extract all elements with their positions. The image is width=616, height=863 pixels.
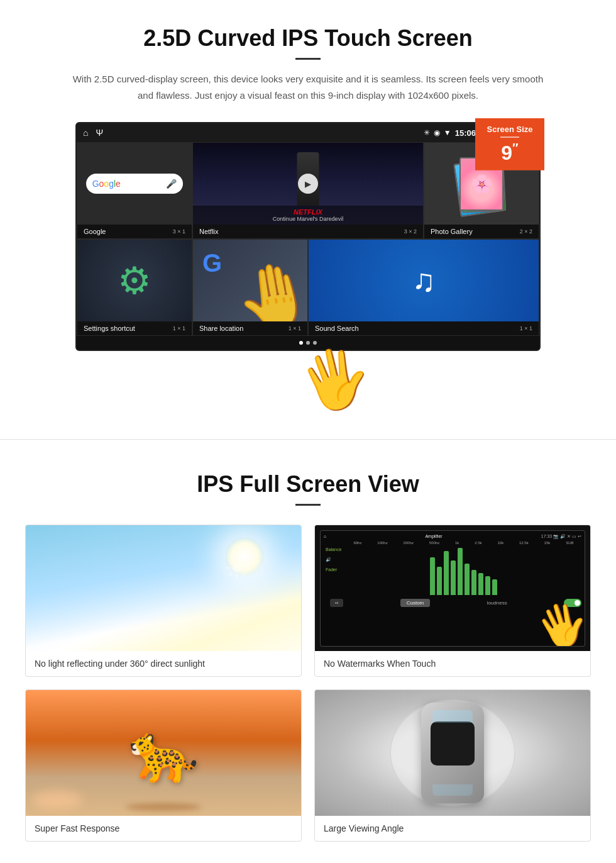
netflix-preview: ▶ NETFLIX Continue Marvel's Daredevil: [193, 143, 423, 225]
eq-time: 17:33 📷 🔊 ✕ ▭ ↩: [541, 534, 581, 539]
google-logo: Google: [92, 179, 121, 189]
title-underline: [295, 58, 321, 60]
play-button[interactable]: ▶: [298, 174, 318, 194]
section1-desc: With 2.5D curved-display screen, this de…: [69, 71, 547, 103]
google-app-name: Google: [84, 228, 106, 235]
netflix-logo: NETFLIX: [197, 208, 419, 216]
google-tile[interactable]: Google 🎤 Google 3 × 1: [77, 142, 192, 239]
car-caption: Large Viewing Angle: [315, 816, 590, 841]
eq-home-icon: ⌂: [324, 534, 326, 539]
share-tile[interactable]: G 🤚 Share location 1 × 1: [192, 239, 308, 336]
eq-labels: Balance 🔊 Fader: [326, 545, 341, 575]
section-curved: 2.5D Curved IPS Touch Screen With 2.5D c…: [0, 0, 616, 426]
eq-freq-labels: 60hz100hz200hz500hz1k2.5k10k12.5k15kSUB: [346, 541, 581, 545]
netflix-app-name: Netflix: [199, 228, 219, 235]
eq-bar-1: [430, 557, 435, 595]
sound-tile[interactable]: ♫ Sound Search 1 × 1: [308, 239, 539, 336]
netflix-label-row: Netflix 3 × 2: [193, 225, 423, 238]
eq-custom-btn[interactable]: Custom: [400, 599, 431, 607]
google-app-size: 3 × 1: [173, 228, 185, 235]
settings-label-row: Settings shortcut 1 × 1: [77, 321, 192, 335]
google-search-bar[interactable]: Google 🎤: [86, 174, 184, 194]
car-rear: [432, 784, 473, 796]
usb-icon: Ψ: [96, 128, 103, 138]
cheetah-caption: Super Fast Response: [26, 816, 301, 841]
google-preview: Google 🎤: [77, 143, 192, 225]
dust-cloud: [32, 791, 82, 810]
equalizer-image: ⌂ Amplifier 17:33 📷 🔊 ✕ ▭ ↩ Balance 🔊 Fa…: [315, 525, 590, 651]
settings-app-size: 1 × 1: [173, 325, 185, 331]
eq-top-bar: ⌂ Amplifier 17:33 📷 🔊 ✕ ▭ ↩: [324, 534, 581, 539]
android-screen: ⌂ Ψ ✳ ◉ ▼ 15:06 📷 🔊 ✕ ▭ ↩: [75, 122, 541, 351]
eq-bar-5: [458, 548, 463, 595]
eq-bar-4: [451, 560, 456, 595]
eq-bars: [346, 546, 581, 596]
screen-wrapper: Screen Size 9″ ⌂ Ψ ✳ ◉ ▼ 15:06 📷 🔊: [75, 122, 541, 351]
settings-tile[interactable]: ⚙ Settings shortcut 1 × 1: [77, 239, 192, 336]
share-app-name: Share location: [199, 325, 243, 332]
section-divider: [0, 439, 616, 440]
settings-preview: ⚙: [77, 240, 192, 321]
car-windshield: [432, 710, 473, 723]
netflix-subtitle: Continue Marvel's Daredevil: [197, 216, 419, 222]
cheetah-emoji: 🐆: [128, 720, 199, 786]
netflix-tile[interactable]: ▶ NETFLIX Continue Marvel's Daredevil Ne…: [192, 142, 424, 239]
eq-caption: No Watermarks When Touch: [315, 651, 590, 676]
eq-bar-7: [471, 570, 476, 595]
feature-cheetah-card: 🐆 Super Fast Response: [25, 689, 302, 842]
feature-car-card: ◁ ▷ Large Viewing Angle: [314, 689, 591, 842]
share-preview: G 🤚: [193, 240, 307, 321]
cheetah-shadow: [126, 803, 201, 811]
settings-app-name: Settings shortcut: [84, 325, 135, 332]
hand-area: 🖐: [38, 345, 578, 408]
sound-preview: ♫: [309, 240, 539, 321]
eq-bar-10: [492, 579, 497, 595]
app-grid: Google 🎤 Google 3 × 1: [77, 142, 539, 239]
sound-app-name: Sound Search: [315, 325, 359, 332]
share-app-size: 1 × 1: [289, 325, 301, 331]
netflix-app-size: 3 × 2: [404, 228, 417, 235]
badge-line: [500, 136, 519, 138]
sun-icon: ☀: [223, 550, 251, 587]
home-icon[interactable]: ⌂: [83, 128, 88, 138]
eq-bar-2: [437, 567, 442, 595]
bluetooth-icon: ✳: [424, 128, 430, 137]
netflix-overlay: NETFLIX Continue Marvel's Daredevil: [193, 206, 423, 225]
status-time: 15:06: [455, 128, 476, 138]
gallery-label-row: Photo Gallery 2 × 2: [424, 225, 539, 238]
eq-back-btn[interactable]: ‹‹: [330, 599, 343, 607]
sound-app-size: 1 × 1: [520, 325, 532, 331]
eq-bar-3: [444, 551, 449, 595]
app-grid-row2: ⚙ Settings shortcut 1 × 1 G 🤚 Share loca…: [77, 239, 539, 336]
eq-bar-8: [478, 573, 483, 595]
gallery-app-size: 2 × 2: [520, 228, 532, 235]
sky-gradient: [26, 525, 301, 651]
eq-bar-6: [465, 564, 470, 595]
status-bar: ⌂ Ψ ✳ ◉ ▼ 15:06 📷 🔊 ✕ ▭ ↩: [77, 123, 539, 142]
sunlight-image: ☀: [26, 525, 301, 651]
eq-title: Amplifier: [425, 534, 442, 539]
google-maps-icon: G: [202, 249, 222, 277]
pointing-hand: 🤚: [229, 253, 307, 321]
wifi-icon: ▼: [444, 128, 451, 137]
car-roof: [431, 721, 475, 766]
sunlight-caption: No light reflecting under 360° direct su…: [26, 651, 301, 676]
eq-screen: ⌂ Amplifier 17:33 📷 🔊 ✕ ▭ ↩ Balance 🔊 Fa…: [320, 530, 585, 647]
share-label-row: Share location 1 × 1: [193, 321, 307, 335]
location-icon: ◉: [434, 128, 440, 137]
feature-grid: ☀ No light reflecting under 360° direct …: [25, 525, 591, 842]
section-ips: IPS Full Screen View ☀ No light reflecti…: [0, 452, 616, 854]
section1-title: 2.5D Curved IPS Touch Screen: [38, 25, 578, 52]
status-left: ⌂ Ψ: [83, 128, 103, 138]
mic-icon[interactable]: 🎤: [166, 179, 177, 189]
section2-title: IPS Full Screen View: [25, 471, 591, 498]
title2-underline: [295, 504, 321, 506]
music-note-icon: ♫: [412, 262, 436, 299]
gallery-app-name: Photo Gallery: [431, 228, 473, 235]
eq-loudness-label: loudness: [487, 600, 507, 606]
badge-label: Screen Size: [480, 125, 539, 134]
sound-label-row: Sound Search 1 × 1: [309, 321, 539, 335]
badge-size: 9″: [480, 142, 539, 163]
eq-bar-9: [485, 576, 490, 595]
hand-pointer: 🖐: [294, 343, 376, 416]
